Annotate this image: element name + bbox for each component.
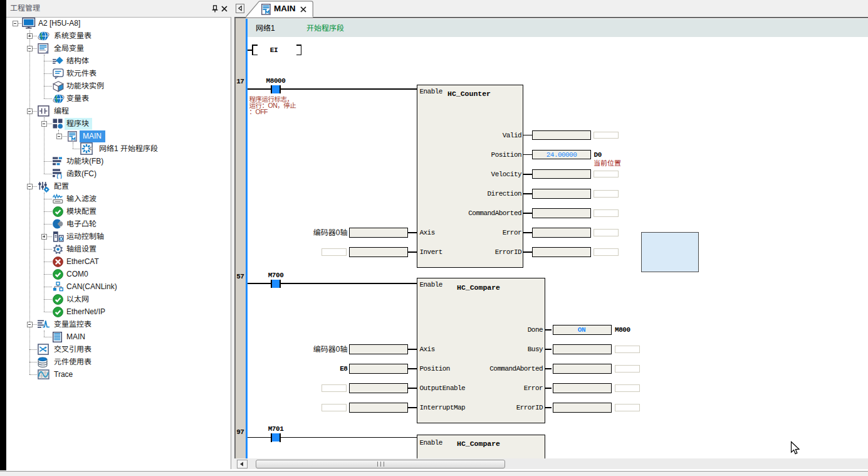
svg-text:(): () (56, 174, 63, 179)
